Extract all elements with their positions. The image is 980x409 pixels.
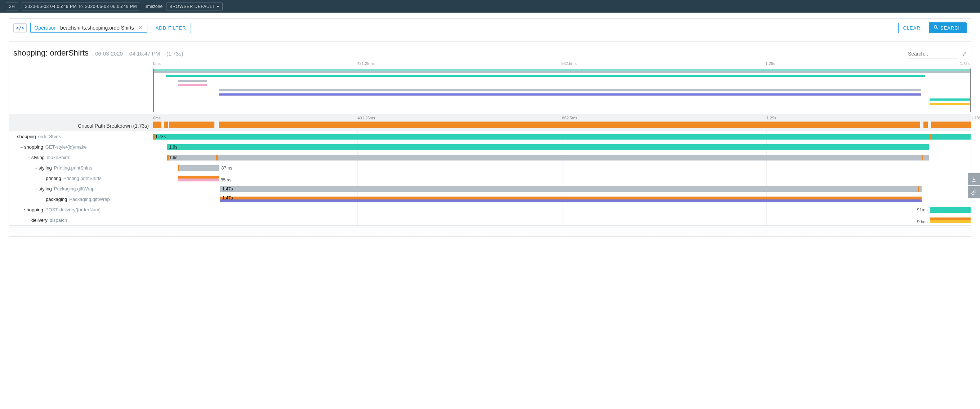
axis-tick: 1.29s [765,61,775,66]
span-operation: Packaging.giftWrap [54,186,95,192]
mini-bar [178,84,207,86]
expand-toggle[interactable]: – [19,144,24,150]
span-duration-label: 85ms [221,177,231,182]
mini-ruler-ticks: 0ms431.25ms862.5ms1.29s1.73s [153,61,970,67]
span-row[interactable]: –shoppingPOST-delivery/{orderNum}91ms [9,204,971,215]
span-bar-area: 1.47s [153,184,971,194]
span-bar-area: 90ms [153,215,971,225]
span-operation: dispatch [50,217,67,223]
span-operation: orderShirts [38,134,61,139]
remove-filter-icon[interactable]: ✕ [138,25,143,31]
mini-bar [166,75,925,77]
span-bar[interactable]: 1.73s [153,134,970,140]
span-service: shopping [17,134,36,139]
expand-toggle[interactable]: – [12,134,17,139]
span-row[interactable]: –stylingPackaging.giftWrap1.47s [9,184,971,194]
link-icon[interactable] [968,186,980,198]
expand-toggle[interactable]: – [26,155,31,160]
critical-tick [216,155,218,160]
span-label-cell: printingPrinting.printShirts [9,173,153,184]
axis-tick: 1.73s [971,116,980,120]
span-bar[interactable]: 1.47s [220,197,922,200]
critical-tick [178,165,179,171]
critical-path-segment [923,121,928,128]
expand-toggle[interactable]: – [33,165,38,171]
time-to: 2020-06-03 06:05:49 PM [85,4,137,9]
add-filter-button[interactable]: ADD FILTER [151,23,191,33]
mini-overview[interactable] [9,67,971,114]
span-row[interactable]: –shoppingorderShirts1.73s [9,131,971,142]
span-row[interactable]: –stylingPrinting.printShirts87ms [9,163,971,173]
span-label-cell: –shoppingPOST-delivery/{orderNum} [9,204,153,215]
span-operation: Printing.printShirts [64,176,102,181]
axis-tick: 431.25ms [358,116,375,120]
filter-type-label: Operation [34,25,56,31]
span-service: styling [38,186,52,192]
span-duration-label: 87ms [221,166,232,171]
span-bar[interactable]: 1.47s [220,186,922,192]
span-bar[interactable] [220,200,922,202]
span-bar[interactable] [930,217,970,220]
time-range-chip[interactable]: 2H [6,3,18,10]
axis-tick: 0ms [153,116,161,120]
span-row[interactable]: deliverydispatch90ms [9,215,971,225]
span-service: shopping [24,144,43,150]
span-label-cell: –shoppingorderShirts [9,131,153,142]
timezone-select[interactable]: BROWSER DEFAULT ▾ [166,3,222,10]
span-bar-area: 85ms [153,173,971,184]
axis-tick: 1.29s [767,116,776,120]
span-bar-area: 1.6s [153,142,971,152]
search-icon [934,25,938,31]
critical-path-segment [931,121,971,128]
expand-toggle[interactable]: – [19,207,24,212]
span-row[interactable]: –shoppingGET-style/{id}/make1.6s [9,142,971,152]
expand-toggle[interactable]: – [33,186,38,192]
span-bar[interactable]: 85ms [178,179,218,181]
span-duration-label: 91ms [917,208,928,212]
critical-path-segment [153,121,161,128]
span-duration-label: 90ms [917,219,928,224]
span-bar-area: 1.73s [153,131,971,142]
span-bar[interactable] [178,176,218,179]
clear-button[interactable]: CLEAR [898,23,925,33]
span-label-cell: –shoppingGET-style/{id}/make [9,142,153,152]
download-icon[interactable] [968,173,980,185]
span-bar[interactable]: 1.6s [167,155,929,160]
axis-tick: 431.25ms [357,61,375,66]
axis-tick: 862.5ms [562,61,576,66]
critical-tick [153,134,154,140]
span-label-cell: packagingPackaging.giftWrap [9,194,153,204]
span-row[interactable]: printingPrinting.printShirts85ms [9,173,971,184]
critical-tick [167,155,169,160]
span-service: styling [38,165,52,171]
critical-path-label: Critical Path Breakdown (1.73s) [9,114,153,131]
span-label-cell: –stylingmakeShirts [9,152,153,163]
axis-tick: 862.5ms [562,116,577,120]
span-operation: Printing.printShirts [54,165,92,171]
collapse-icon[interactable]: ⤢ [962,51,967,58]
mini-bar [178,80,207,82]
span-row[interactable]: packagingPackaging.giftWrap1.47s [9,194,971,204]
operation-filter-chip[interactable]: Operation beachshirts.shopping.orderShir… [30,23,147,33]
side-tools [968,173,980,199]
span-bar-area: 1.6s [153,152,971,163]
span-row[interactable]: –stylingmakeShirts1.6s [9,152,971,163]
timezone-label: Timezone [144,4,162,9]
critical-path-row: Critical Path Breakdown (1.73s) 0ms431.2… [9,114,971,131]
card-bottom-shadow [9,226,971,236]
span-bar[interactable]: 87ms [178,165,220,171]
mini-overview-area[interactable] [153,69,971,112]
search-button[interactable]: SEARCH [929,22,967,33]
axis-tick: 1.73s [960,61,970,66]
span-bar[interactable]: 90ms [930,220,970,223]
filter-value: beachshirts.shopping.orderShirts [60,25,134,31]
span-bar[interactable]: 1.6s [167,144,929,150]
code-icon[interactable]: </> [13,24,27,32]
span-bar-area: 87ms [153,163,971,173]
topbar: 2H 2020-06-03 04:05:49 PM to 2020-06-03 … [0,0,980,13]
chevron-down-icon: ▾ [217,4,220,9]
span-bar[interactable]: 91ms [930,207,970,213]
critical-tick [922,155,923,160]
span-search-input[interactable] [907,50,958,58]
time-range-picker[interactable]: 2020-06-03 04:05:49 PM to 2020-06-03 06:… [22,3,140,10]
